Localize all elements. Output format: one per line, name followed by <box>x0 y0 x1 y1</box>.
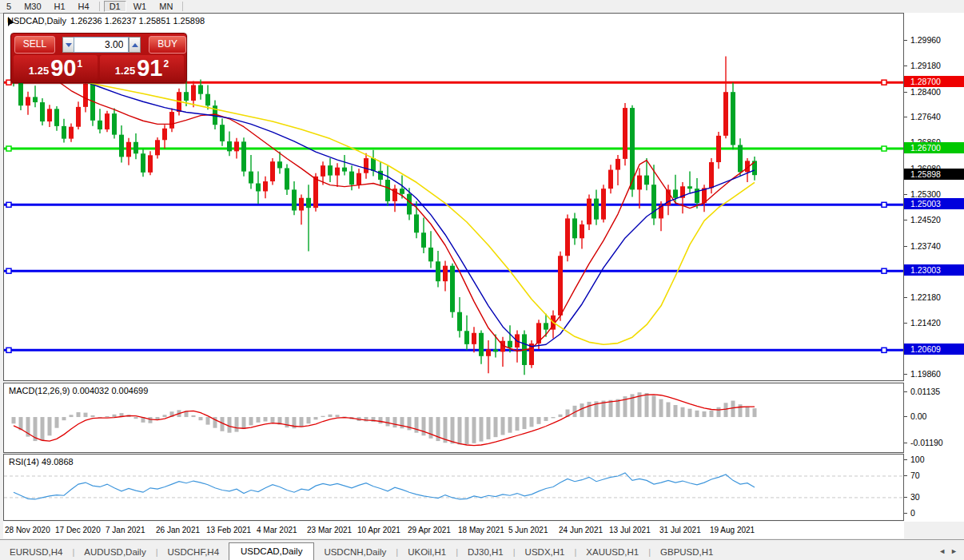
macd-signal-line <box>14 395 755 446</box>
candle-body <box>364 158 368 173</box>
candle-body <box>299 198 304 211</box>
candle-body <box>608 170 613 189</box>
tab-usdcad-daily[interactable]: USDCAD,Daily <box>229 542 314 560</box>
volume-decrease-button[interactable] <box>62 37 74 53</box>
line-handle[interactable] <box>882 202 886 207</box>
tab-ukoil-h1[interactable]: UKOil,H1 <box>398 544 456 560</box>
macd-histogram-bar <box>12 417 16 423</box>
sell-price-display[interactable]: 1.25 90 1 <box>14 55 98 80</box>
timeframe-button-h4[interactable]: H4 <box>73 1 95 12</box>
line-handle[interactable] <box>882 146 886 151</box>
macd-histogram-bar <box>336 415 340 417</box>
candle-body <box>227 141 232 151</box>
chart-area: USDCAD,Daily 1.26236 1.26237 1.25851 1.2… <box>3 13 904 538</box>
macd-histogram-bar <box>386 417 390 426</box>
price-tick: 1.29960 <box>904 35 964 46</box>
candle-body <box>687 186 692 189</box>
candle-body <box>83 84 88 107</box>
candle-body <box>306 198 311 208</box>
timeframe-button-w1[interactable]: W1 <box>128 1 153 12</box>
macd-histogram-bar <box>717 407 721 417</box>
tab-audusd-daily[interactable]: AUDUSD,Daily <box>74 544 155 560</box>
date-label: 10 Apr 2021 <box>357 526 400 534</box>
macd-histogram-bar <box>106 416 110 417</box>
tab-usdx-h1[interactable]: USDX,H1 <box>516 544 575 560</box>
candle-body <box>234 141 239 151</box>
macd-histogram-bar <box>616 399 620 417</box>
tab-scroll-left-icon[interactable]: ◄ <box>938 547 946 555</box>
timeframe-button-5[interactable]: 5 <box>1 1 17 12</box>
macd-axis-tick: 0.01135 <box>904 387 964 397</box>
tab-dj30-h1[interactable]: DJ30,H1 <box>458 544 513 560</box>
buy-button[interactable]: BUY <box>149 36 186 54</box>
tab-eurusd-h4[interactable]: EURUSD,H4 <box>0 544 72 560</box>
candle-body <box>321 165 325 177</box>
macd-histogram-bar <box>393 417 397 427</box>
rsi-panel[interactable]: RSI(14) 49.0868 <box>3 454 904 521</box>
line-handle[interactable] <box>882 268 886 273</box>
volume-increase-button[interactable] <box>129 37 141 53</box>
main-chart-panel[interactable]: USDCAD,Daily 1.26236 1.26237 1.25851 1.2… <box>3 13 904 381</box>
price-tick: 1.21420 <box>904 318 964 328</box>
price-axis[interactable]: 1.299601.291801.284001.276401.268601.260… <box>904 13 964 522</box>
timeframe-button-d1[interactable]: D1 <box>104 1 126 12</box>
candle-body <box>263 181 268 191</box>
date-label: 7 Jan 2021 <box>106 526 145 534</box>
candle-body <box>580 224 584 238</box>
line-handle[interactable] <box>6 202 11 207</box>
tab-xauusd-h1[interactable]: XAUUSD,H1 <box>576 544 648 560</box>
candle-body <box>378 171 383 180</box>
line-handle[interactable] <box>882 348 886 352</box>
toolbar-separator <box>99 2 100 11</box>
buy-price-display[interactable]: 1.25 91 2 <box>100 55 184 80</box>
candle-body <box>76 107 81 127</box>
candle-body <box>673 189 678 197</box>
macd-histogram-bar <box>321 416 325 417</box>
candle-body <box>112 113 117 135</box>
sell-price-big: 90 <box>50 58 76 79</box>
macd-histogram-bar <box>537 417 541 424</box>
macd-histogram-bar <box>645 393 649 417</box>
sell-button[interactable]: SELL <box>14 36 55 54</box>
candle-body <box>270 161 275 181</box>
timeframe-button-m30[interactable]: M30 <box>18 1 46 12</box>
macd-panel[interactable]: MACD(12,26,9) 0.004032 0.004699 <box>3 383 904 453</box>
timeframe-button-mn[interactable]: MN <box>153 1 178 12</box>
line-handle[interactable] <box>882 80 886 85</box>
candle-body <box>572 218 577 238</box>
macd-histogram-bar <box>724 403 728 417</box>
date-label: 24 Jun 2021 <box>559 526 603 534</box>
sell-price-sup: 1 <box>77 58 82 70</box>
tab-gbpusd-h1[interactable]: GBPUSD,H1 <box>651 544 723 560</box>
date-label: 19 Aug 2021 <box>710 526 755 534</box>
volume-input[interactable] <box>74 37 129 53</box>
line-handle[interactable] <box>6 268 11 273</box>
date-label: 4 Mar 2021 <box>257 526 297 534</box>
macd-histogram-bar <box>400 417 404 428</box>
candle-body <box>62 126 66 139</box>
macd-histogram-bar <box>429 417 433 439</box>
tab-usdchf-h4[interactable]: USDCHF,H4 <box>158 544 229 560</box>
candle-body <box>615 159 620 170</box>
candle-body <box>731 92 735 145</box>
macd-histogram-bar <box>451 417 455 443</box>
time-axis[interactable]: 28 Nov 202017 Dec 20207 Jan 202126 Jan 2… <box>3 522 904 538</box>
candle-body <box>407 194 412 215</box>
candle-body <box>162 129 167 140</box>
rsi-chart[interactable] <box>4 455 903 520</box>
macd-histogram-bar <box>458 417 462 444</box>
candle-body <box>385 180 390 201</box>
date-label: 5 Jun 2021 <box>508 526 548 534</box>
tab-usdcnh-daily[interactable]: USDCNH,Daily <box>314 544 396 560</box>
candle-body <box>357 173 361 185</box>
macd-histogram-bar <box>307 417 311 423</box>
candle-body <box>220 125 225 141</box>
line-handle[interactable] <box>6 348 11 352</box>
line-handle[interactable] <box>6 146 11 151</box>
timeframe-button-h1[interactable]: H1 <box>49 1 71 12</box>
rsi-line <box>14 473 755 499</box>
macd-histogram-bar <box>249 417 253 425</box>
mt4-window: 5M30H1H4D1W1MN USDCAD,Daily 1.26236 1.26… <box>0 0 964 560</box>
ohlc-values: 1.26236 1.26237 1.25851 1.25898 <box>70 16 205 26</box>
tab-scroll-right-icon[interactable]: ► <box>950 547 958 555</box>
